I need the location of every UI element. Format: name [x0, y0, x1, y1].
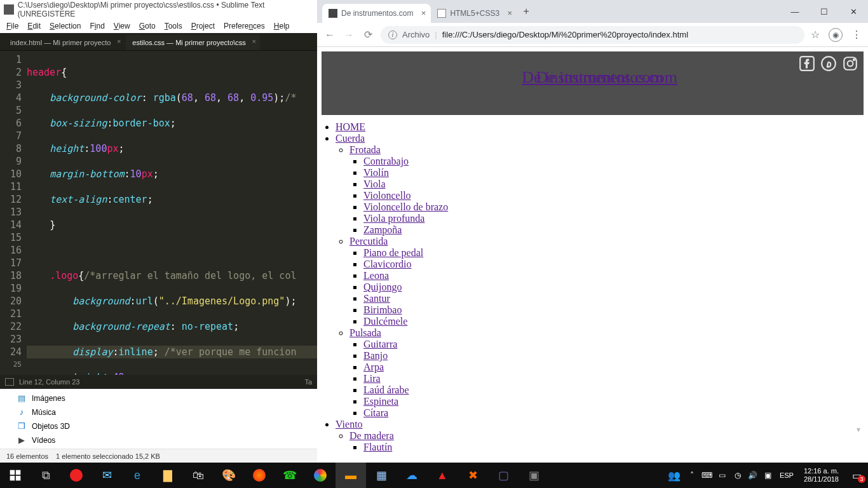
folder-item[interactable]: ▶Vídeos	[17, 433, 317, 447]
nav-link[interactable]: Laúd árabe	[363, 384, 409, 395]
close-icon[interactable]: ×	[117, 37, 121, 45]
code-content[interactable]: header{ background-color: rgba(68, 68, 6…	[27, 51, 317, 375]
nav-link[interactable]: Viento	[336, 419, 363, 430]
maximize-button[interactable]: ☐	[810, 3, 839, 20]
back-button[interactable]: ←	[323, 29, 336, 41]
store-icon[interactable]: 🛍	[183, 463, 214, 488]
app-icon[interactable]: ▢	[488, 463, 519, 488]
wifi-icon[interactable]: ◷	[733, 470, 743, 480]
xampp-icon[interactable]: ✖	[458, 463, 488, 488]
code-editor[interactable]: 1234567891011121314151617181920212223242…	[0, 51, 317, 375]
acrobat-icon[interactable]: ▲	[427, 463, 458, 488]
nav-link[interactable]: De madera	[349, 430, 394, 441]
facebook-icon[interactable]	[799, 55, 815, 72]
rendered-page[interactable]: De instrumentos.com De instrumentos.com …	[317, 47, 868, 463]
menu-tools[interactable]: Tools	[165, 22, 182, 30]
whatsapp-icon[interactable]: ☎	[275, 463, 305, 488]
firefox-icon[interactable]	[244, 463, 275, 488]
nav-link[interactable]: Violoncello de brazo	[363, 201, 448, 212]
nav-link[interactable]: Flautín	[363, 442, 392, 452]
notifications-icon[interactable]: ▭3	[849, 470, 864, 482]
browser-tab[interactable]: HTML5+CSS3 ×	[431, 4, 517, 23]
menu-project[interactable]: Project	[191, 22, 215, 30]
nav-link[interactable]: Viola profunda	[363, 213, 424, 224]
nav-link[interactable]: Contrabajo	[363, 156, 409, 166]
nav-link[interactable]: Cítara	[363, 407, 388, 418]
site-logo-link-overlap[interactable]: De instrumentos.com	[536, 68, 677, 87]
nav-link[interactable]: Pulsada	[349, 327, 381, 338]
nav-link[interactable]: Quijongo	[363, 281, 402, 292]
nav-link[interactable]: Banjo	[363, 350, 388, 361]
nav-link[interactable]: Leona	[363, 270, 389, 281]
mail-icon[interactable]: ✉	[92, 463, 122, 488]
close-icon[interactable]: ×	[252, 37, 255, 45]
paint-icon[interactable]: 🎨	[214, 463, 244, 488]
tray-up-icon[interactable]: ˄	[687, 470, 697, 480]
close-icon[interactable]: ×	[507, 8, 512, 18]
nav-link[interactable]: Zampoña	[363, 224, 402, 235]
panel-icon[interactable]	[5, 378, 14, 386]
site-info-icon[interactable]: i	[388, 30, 397, 39]
nav-link[interactable]: Frotada	[349, 144, 381, 155]
nav-link[interactable]: Cuerda	[336, 133, 365, 144]
nav-link[interactable]: Percutida	[349, 236, 388, 247]
address-bar[interactable]: i Archivo | file:///C:/Users/diego/Deskt…	[381, 26, 804, 44]
menu-edit[interactable]: Edit	[27, 22, 41, 30]
people-icon[interactable]: 👥	[668, 470, 681, 482]
sublime-icon[interactable]: ▬	[336, 463, 366, 488]
taskbar-clock[interactable]: 12:16 a. m. 28/11/2018	[800, 467, 843, 484]
nav-link[interactable]: Birimbao	[363, 304, 402, 315]
close-icon[interactable]: ×	[421, 8, 426, 18]
nav-link[interactable]: Santur	[363, 293, 390, 304]
task-view-button[interactable]: ⧉	[31, 463, 61, 488]
explorer-icon[interactable]: ▇	[153, 463, 183, 488]
nav-link[interactable]: Dulcémele	[363, 316, 407, 327]
bookmark-star-icon[interactable]: ☆	[811, 29, 820, 41]
chrome-icon[interactable]	[305, 463, 336, 488]
folder-item[interactable]: ♪Música	[17, 405, 317, 419]
menu-preferences[interactable]: Preferences	[224, 22, 265, 30]
nav-link[interactable]: Piano de pedal	[363, 247, 423, 258]
battery-icon[interactable]: ▭	[717, 470, 728, 480]
menu-goto[interactable]: Goto	[139, 22, 156, 30]
nav-link[interactable]: Viola	[363, 179, 386, 189]
start-button[interactable]	[0, 463, 31, 488]
nav-link[interactable]: Espineta	[363, 396, 398, 407]
nav-link[interactable]: Guitarra	[363, 339, 397, 349]
close-button[interactable]: ✕	[839, 3, 868, 20]
menu-find[interactable]: Find	[90, 22, 104, 30]
photos-icon[interactable]: ▣	[519, 463, 549, 488]
menu-selection[interactable]: Selection	[50, 22, 81, 30]
reload-button[interactable]: ⟳	[362, 29, 374, 41]
menu-view[interactable]: View	[114, 22, 130, 30]
chrome-menu-icon[interactable]: ⋮	[851, 29, 862, 41]
nav-link[interactable]: Arpa	[363, 362, 384, 372]
nav-link[interactable]: Violoncello	[363, 190, 411, 201]
app-icon[interactable]: ▦	[366, 463, 397, 488]
new-tab-button[interactable]: +	[517, 6, 535, 17]
editor-tab[interactable]: index.html — Mi primer proyecto ×	[4, 35, 125, 50]
folder-item[interactable]: ❒Objetos 3D	[17, 419, 317, 433]
nav-link[interactable]: HOME	[336, 121, 365, 132]
menu-help[interactable]: Help	[274, 22, 290, 30]
language-indicator[interactable]: ESP	[780, 471, 794, 479]
minimize-button[interactable]: —	[780, 3, 810, 20]
nav-link[interactable]: Clavicordio	[363, 259, 412, 269]
opera-icon[interactable]	[61, 463, 92, 488]
menu-file[interactable]: File	[6, 22, 18, 30]
volume-icon[interactable]: 🔊	[748, 470, 758, 480]
profile-avatar-icon[interactable]: ◉	[829, 28, 843, 42]
nav-link[interactable]: Lira	[363, 373, 381, 384]
editor-tab[interactable]: estilos.css — Mi primer proyecto\css ×	[126, 35, 259, 50]
edge-icon[interactable]: e	[122, 463, 153, 488]
nav-link[interactable]: Violín	[363, 167, 389, 178]
messenger-icon[interactable]: ☁	[397, 463, 427, 488]
forward-button[interactable]: →	[342, 29, 355, 41]
nav-item: Violoncello	[363, 190, 864, 201]
dropbox-icon[interactable]: ▣	[763, 470, 773, 480]
instagram-icon[interactable]	[842, 55, 858, 72]
input-icon[interactable]: ⌨	[702, 470, 712, 480]
folder-item[interactable]: ▤Imágenes	[17, 391, 317, 405]
browser-tab[interactable]: De instrumentos.com ×	[322, 4, 431, 23]
pinterest-icon[interactable]	[820, 55, 837, 72]
